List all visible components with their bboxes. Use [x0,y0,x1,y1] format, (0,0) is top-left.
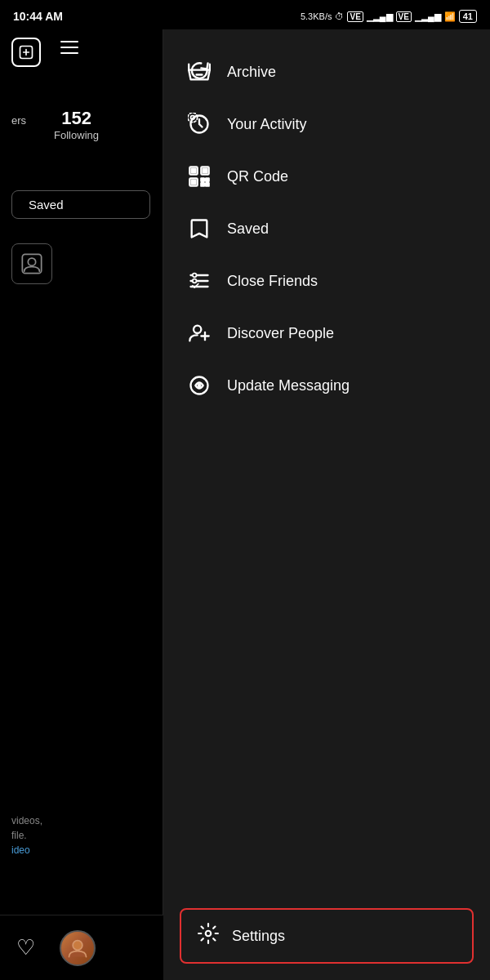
svg-rect-16 [201,178,204,181]
qr-label: QR Code [227,168,288,185]
top-icons [11,38,82,67]
svg-rect-19 [206,183,209,186]
menu-item-saved[interactable]: Saved [163,203,490,255]
svg-point-30 [206,931,212,937]
following-label: Following [54,129,99,141]
right-panel: Archive Your Activity [163,29,490,980]
left-panel: ers 152 Following Saved videos,file. ide… [0,29,163,980]
saved-icon [186,216,212,242]
status-time: 10:44 AM [13,10,63,23]
svg-rect-3 [22,254,41,273]
svg-rect-14 [203,169,207,173]
menu-item-close-friends[interactable]: Close Friends [163,255,490,307]
clock-icon: ⏱ [335,11,344,21]
menu-item-update-messaging[interactable]: Update Messaging [163,359,490,412]
svg-rect-17 [206,178,209,181]
archive-label: Archive [227,64,276,81]
signal-bars-1: ▁▂▄▆ [367,11,393,22]
menu-button[interactable] [57,38,82,67]
messaging-label: Update Messaging [227,377,350,394]
menu-list: Archive Your Activity [163,29,490,892]
bottom-nav-left: ♡ [0,915,163,980]
followers-partial: ers [11,114,26,127]
battery-icon: 41 [459,10,477,23]
menu-item-discover-people[interactable]: Discover People [163,307,490,359]
settings-label: Settings [232,928,285,945]
bottom-link[interactable]: ideo [11,844,30,856]
saved-button[interactable]: Saved [11,190,150,219]
add-post-button[interactable] [11,38,41,67]
svg-point-23 [193,274,197,278]
signal-bars-2: ▁▂▄▆ [415,11,441,22]
messaging-icon [186,372,212,399]
close-friends-label: Close Friends [227,273,318,290]
speed-indicator: 5.3KB/s [301,11,332,21]
photo-placeholder [11,243,52,284]
menu-item-archive[interactable]: Archive [163,46,490,98]
activity-icon [186,111,212,137]
avatar[interactable] [60,930,96,966]
following-section: 152 Following [54,108,99,141]
discover-label: Discover People [227,325,334,342]
svg-rect-18 [201,183,204,186]
archive-icon [186,59,212,85]
svg-point-24 [193,279,197,283]
discover-icon [186,320,212,346]
lte-icon: VE [347,11,363,22]
settings-button[interactable]: Settings [180,908,474,964]
status-bar: 10:44 AM 5.3KB/s ⏱ VE ▁▂▄▆ VE ▁▂▄▆ 📶 41 [0,0,490,29]
svg-rect-15 [192,180,196,185]
close-friends-icon [186,268,212,294]
svg-point-4 [28,258,35,265]
svg-point-5 [73,940,82,950]
svg-point-29 [198,384,202,388]
bottom-text: videos,file. [11,815,42,841]
saved-label: Saved [227,220,269,238]
status-right-icons: 5.3KB/s ⏱ VE ▁▂▄▆ VE ▁▂▄▆ 📶 41 [301,10,477,23]
activity-label: Your Activity [227,116,306,133]
lte-icon-2: VE [396,11,412,22]
heart-icon[interactable]: ♡ [16,935,35,960]
settings-icon [198,923,219,949]
following-count: 152 [54,108,99,129]
left-bottom-info: videos,file. ideo [0,805,147,866]
menu-item-your-activity[interactable]: Your Activity [163,98,490,150]
wifi-icon: 📶 [444,11,456,22]
svg-rect-13 [192,169,196,173]
menu-item-qr-code[interactable]: QR Code [163,150,490,203]
svg-point-25 [194,326,201,333]
qr-icon [186,163,212,189]
